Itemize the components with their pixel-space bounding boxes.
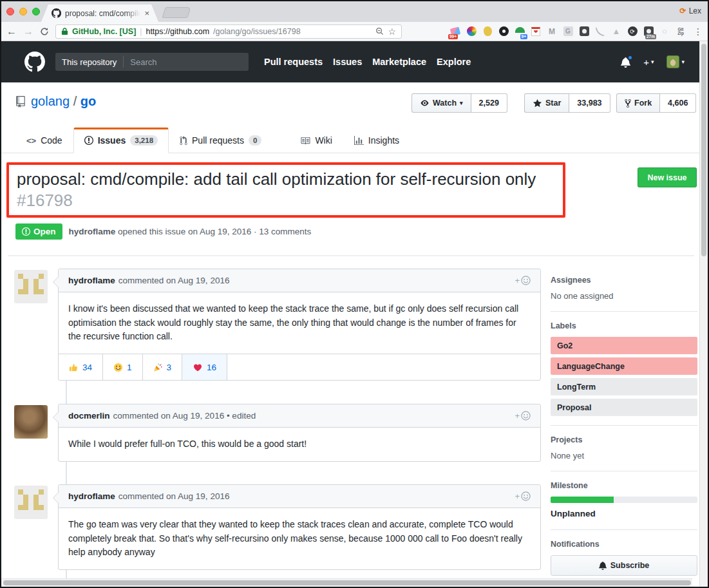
profile-name: Lex bbox=[689, 6, 701, 15]
book-icon bbox=[300, 136, 310, 146]
fork-count[interactable]: 4,606 bbox=[660, 93, 696, 113]
back-icon[interactable]: ← bbox=[6, 26, 17, 37]
milestone-link[interactable]: Unplanned bbox=[551, 509, 697, 518]
user-menu[interactable]: ▾ bbox=[666, 55, 685, 68]
star-button[interactable]: Star bbox=[524, 93, 569, 113]
user-photo-avatar[interactable] bbox=[14, 405, 48, 439]
browser-tab[interactable]: proposal: cmd/compile: add ta × bbox=[41, 5, 158, 22]
tab-issues[interactable]: Issues 3,218 bbox=[73, 128, 169, 153]
tab-close-icon[interactable]: × bbox=[144, 9, 149, 17]
bookmark-star-icon[interactable]: ☆ bbox=[388, 27, 396, 36]
vertical-scrollbar[interactable] bbox=[699, 41, 708, 587]
ext-record-icon[interactable] bbox=[498, 26, 509, 37]
new-tab-button[interactable] bbox=[162, 7, 191, 18]
new-issue-button[interactable]: New issue bbox=[638, 167, 697, 187]
nav-marketplace[interactable]: Marketplace bbox=[372, 57, 426, 67]
milestone-progress-bar bbox=[551, 497, 697, 503]
labels-heading[interactable]: Labels bbox=[551, 321, 697, 330]
comment-author-link[interactable]: docmerlin bbox=[68, 411, 110, 421]
ext-eraser-icon[interactable]: 99+ bbox=[449, 26, 461, 37]
address-bar[interactable]: GitHub, Inc. [US] | https://github.com /… bbox=[55, 24, 402, 39]
tab-pull-requests[interactable]: Pull requests 0 bbox=[169, 128, 272, 153]
ext-drive-icon[interactable]: ▲ bbox=[610, 26, 622, 37]
browser-profile[interactable]: ⟳ Lex bbox=[680, 6, 701, 15]
horizontal-scrollbar-thumb[interactable] bbox=[3, 580, 691, 585]
url-host: https://github.com bbox=[146, 27, 209, 36]
milestone-progress-fill bbox=[551, 497, 614, 503]
nav-explore[interactable]: Explore bbox=[437, 57, 471, 67]
assignees-value: No one assigned bbox=[551, 291, 697, 301]
ext-gitzip-icon[interactable]: Git Zip bbox=[675, 26, 686, 37]
identicon-avatar[interactable] bbox=[14, 270, 48, 303]
reaction-heart[interactable]: 16 bbox=[182, 354, 227, 380]
watch-count[interactable]: 2,529 bbox=[471, 93, 507, 113]
ext-timer-icon[interactable]: 27m bbox=[643, 26, 654, 37]
reaction-thumbs-up[interactable]: 34 bbox=[59, 354, 103, 380]
nav-pull-requests[interactable]: Pull requests bbox=[264, 57, 323, 67]
issue-meta-text: hydroflame opened this issue on Aug 19, … bbox=[69, 227, 312, 236]
ext-g-icon[interactable]: G bbox=[562, 26, 574, 37]
ext-sync-icon[interactable]: ⟳ bbox=[627, 26, 638, 37]
label-proposal[interactable]: Proposal bbox=[551, 399, 697, 416]
forward-icon[interactable]: → bbox=[23, 26, 33, 37]
label-longterm[interactable]: LongTerm bbox=[551, 378, 697, 395]
watch-button[interactable]: Watch▾ bbox=[411, 93, 471, 113]
milestone-heading[interactable]: Milestone bbox=[551, 481, 697, 490]
vertical-scrollbar-thumb[interactable] bbox=[701, 44, 706, 256]
issue-title-annotation-box: proposal: cmd/compile: add tail call opt… bbox=[6, 162, 565, 218]
code-icon: <> bbox=[26, 136, 36, 146]
notifications-bell-icon[interactable] bbox=[621, 57, 630, 68]
tab-wiki[interactable]: Wiki bbox=[289, 128, 343, 153]
ext-dark-square-icon[interactable] bbox=[578, 26, 590, 37]
close-window-button[interactable] bbox=[6, 8, 14, 15]
reload-icon[interactable] bbox=[40, 27, 49, 36]
ext-colorwheel-icon[interactable] bbox=[466, 26, 477, 37]
label-languagechange[interactable]: LanguageChange bbox=[551, 357, 697, 375]
tab-insights[interactable]: Insights bbox=[343, 128, 410, 153]
comment-body: While I would prefer full-on TCO, this w… bbox=[59, 428, 540, 461]
reaction-tada[interactable]: 3 bbox=[143, 354, 183, 380]
ext-ring-icon[interactable]: ○ bbox=[659, 26, 670, 37]
ev-cert-label: GitHub, Inc. [US] bbox=[72, 27, 136, 36]
ext-bookmark-heart-icon[interactable]: ❤ bbox=[530, 26, 542, 37]
zoom-page-icon[interactable] bbox=[375, 27, 384, 35]
repo-owner-link[interactable]: golang bbox=[31, 94, 70, 108]
subscribe-button[interactable]: Subscribe bbox=[551, 555, 697, 576]
sidebar-divider bbox=[551, 471, 697, 471]
reaction-smile[interactable]: 1 bbox=[103, 354, 143, 380]
search-input[interactable]: This repository Search bbox=[55, 53, 249, 71]
issue-author-link[interactable]: hydroflame bbox=[69, 227, 116, 236]
github-logo-icon[interactable] bbox=[24, 52, 45, 72]
fork-button-group: Fork 4,606 bbox=[616, 93, 696, 113]
ext-yellow-icon[interactable] bbox=[482, 26, 493, 37]
extensions-row: 99+ 9+ ❤ M G ▲ ⟳ 27m ○ Git Zip ⋮ bbox=[408, 26, 703, 37]
horizontal-scrollbar[interactable] bbox=[1, 578, 692, 587]
comment-meta: commented on Aug 19, 2016 • edited bbox=[113, 411, 256, 421]
tab-code[interactable]: <> Code bbox=[15, 128, 73, 153]
star-count[interactable]: 33,983 bbox=[569, 93, 610, 113]
add-reaction-button[interactable]: + bbox=[515, 491, 531, 501]
minimize-window-button[interactable] bbox=[19, 8, 27, 15]
sidebar-divider bbox=[551, 529, 697, 530]
nav-issues[interactable]: Issues bbox=[333, 57, 362, 67]
github-header-right: +▾ ▾ bbox=[621, 55, 685, 68]
ext-m-icon[interactable]: M bbox=[546, 26, 558, 37]
label-go2[interactable]: Go2 bbox=[551, 337, 697, 354]
assignees-heading[interactable]: Assignees bbox=[551, 276, 697, 285]
add-reaction-button[interactable]: + bbox=[515, 411, 531, 421]
comment-author-link[interactable]: hydroflame bbox=[68, 491, 115, 501]
repo-name-link[interactable]: go bbox=[80, 94, 96, 108]
browser-menu-icon[interactable]: ⋮ bbox=[694, 26, 703, 37]
identicon-avatar[interactable] bbox=[14, 486, 48, 519]
fork-button[interactable]: Fork bbox=[616, 93, 660, 113]
comment-author-link[interactable]: hydroflame bbox=[68, 276, 115, 285]
ext-green-icon[interactable]: 9+ bbox=[514, 26, 525, 37]
caret-down-icon: ▾ bbox=[681, 59, 685, 65]
create-new-button[interactable]: +▾ bbox=[643, 57, 654, 68]
ext-curves-icon[interactable] bbox=[594, 26, 606, 37]
zoom-window-button[interactable] bbox=[32, 8, 40, 15]
projects-heading[interactable]: Projects bbox=[551, 435, 697, 444]
smiley-icon bbox=[521, 276, 531, 285]
add-reaction-button[interactable]: + bbox=[515, 276, 531, 285]
caret-down-icon: ▾ bbox=[460, 100, 463, 106]
